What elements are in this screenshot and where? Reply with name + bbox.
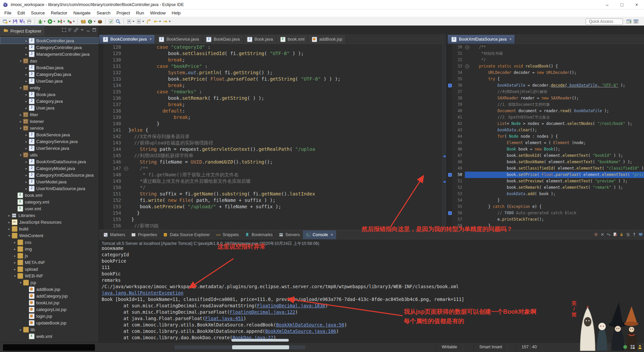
- tree-expander-icon[interactable]: ▸: [13, 254, 17, 258]
- console-stack-link[interactable]: BookXmlDataSource.java:50: [276, 322, 344, 327]
- fold-ruler[interactable]: [465, 63, 470, 70]
- annotation-ruler[interactable]: [447, 152, 452, 159]
- editor-tab-BookXmlDataSource.java[interactable]: BookXmlDataSource.java×: [448, 35, 515, 44]
- line-number[interactable]: 45: [452, 140, 465, 146]
- fold-ruler[interactable]: [124, 159, 128, 165]
- annotation-ruler[interactable]: [447, 50, 452, 57]
- fold-ruler[interactable]: [465, 152, 470, 159]
- console-stack-link[interactable]: FloatingDecimal.java:122: [230, 309, 295, 315]
- view-tab-snippets[interactable]: </>Snippets: [213, 230, 242, 239]
- view-tab-bookmarks[interactable]: Bookmarks: [242, 230, 276, 239]
- line-number[interactable]: 54: [452, 197, 465, 204]
- tree-expander-icon[interactable]: ▾: [18, 153, 23, 157]
- tree-expander-icon[interactable]: ▾: [18, 59, 23, 63]
- code-line-130[interactable]: 130 break;: [99, 57, 446, 63]
- annotation-ruler[interactable]: [99, 127, 104, 133]
- console-stack-link[interactable]: BookXmlDataSource.java:106: [265, 328, 336, 334]
- tree-item-utils[interactable]: ▾utils: [0, 151, 99, 158]
- tree-item-user.xml[interactable]: user.xml: [0, 205, 99, 212]
- tree-item-js[interactable]: ▸js: [0, 252, 99, 259]
- fold-ruler[interactable]: [124, 63, 128, 70]
- line-number[interactable]: 131: [104, 63, 124, 70]
- tree-item-Book.java[interactable]: ▸Book.java: [0, 91, 99, 98]
- overview-ruler[interactable]: [442, 34, 446, 230]
- fold-ruler[interactable]: [124, 114, 128, 121]
- annotation-ruler[interactable]: [447, 101, 452, 108]
- tree-expander-icon[interactable]: ▸: [24, 93, 29, 96]
- save-button[interactable]: [12, 18, 18, 25]
- code-line-143[interactable]: 143 //获得upload在磁盘的实际物理路径: [99, 140, 446, 146]
- fold-ruler[interactable]: [124, 89, 128, 95]
- line-number[interactable]: 156: [104, 223, 124, 229]
- fold-ruler[interactable]: [465, 44, 470, 50]
- tree-item-JavaScript Resources[interactable]: ▸JavaScript Resources: [0, 219, 99, 225]
- fold-ruler[interactable]: [124, 210, 128, 216]
- code-line-37[interactable]: 37 //利用Dom4j对xml进行解析: [447, 89, 644, 95]
- annotation-ruler[interactable]: [99, 108, 104, 114]
- annotation-ruler[interactable]: [99, 121, 104, 127]
- code-line-55[interactable]: 55 } catch (Exception e) {: [447, 204, 644, 210]
- fold-ruler[interactable]: [465, 210, 470, 216]
- tree-expander-icon[interactable]: ▸: [24, 160, 29, 164]
- tree-item-BookController.java[interactable]: ▸BookController.java: [0, 37, 99, 44]
- min-view-button[interactable]: [86, 28, 91, 34]
- annotation-ruler[interactable]: [447, 44, 452, 50]
- annotation-ruler[interactable]: [99, 76, 104, 82]
- tree-item-WEB-INF[interactable]: ▾WEB-INF: [0, 272, 99, 279]
- focus-button[interactable]: [62, 28, 66, 34]
- tree-item-BookService.java[interactable]: ▸BookService.java: [0, 131, 99, 138]
- tree-expander-icon[interactable]: ▸: [13, 247, 17, 251]
- tree-expander-icon[interactable]: ▸: [24, 146, 29, 150]
- tree-item-login.jsp[interactable]: login.jsp: [0, 313, 99, 319]
- code-line-33[interactable]: 33 private static void reloadBook() {: [447, 63, 644, 70]
- dropdown-arrow-icon[interactable]: [63, 21, 65, 22]
- overview-mark[interactable]: [443, 156, 446, 157]
- fold-ruler[interactable]: [465, 121, 470, 127]
- tree-item-BookDao.java[interactable]: ▸BookDao.java: [0, 64, 99, 71]
- line-number[interactable]: 129: [104, 50, 124, 57]
- annotation-ruler[interactable]: [447, 121, 452, 127]
- line-number[interactable]: 35: [452, 76, 465, 82]
- fold-ruler[interactable]: [124, 140, 128, 146]
- line-number[interactable]: 154: [104, 210, 124, 216]
- next-ann-button[interactable]: [136, 18, 145, 25]
- dropdown-arrow-icon[interactable]: [142, 21, 144, 22]
- console-hscrollbar-thumb[interactable]: [231, 339, 289, 342]
- tree-expander-icon[interactable]: ▸: [24, 106, 29, 110]
- fold-ruler[interactable]: [124, 197, 128, 204]
- code-line-151[interactable]: 151 String suffix = fi.getName().substri…: [99, 191, 446, 197]
- last-edit-button[interactable]: [145, 18, 152, 25]
- fold-ruler[interactable]: [465, 184, 470, 191]
- tree-expander-icon[interactable]: ▸: [24, 173, 29, 177]
- tree-item-bookList.jsp[interactable]: bookList.jsp: [0, 299, 99, 306]
- fold-ruler[interactable]: [124, 152, 128, 159]
- tree-expander-icon[interactable]: ▾: [18, 86, 23, 90]
- annotation-ruler[interactable]: [447, 204, 452, 210]
- line-number[interactable]: 144: [104, 146, 124, 152]
- overview-mark[interactable]: [443, 181, 446, 183]
- code-line-41[interactable]: 41 //2、Xpath得到xml节点集合: [447, 114, 644, 121]
- external-tools-button[interactable]: [66, 18, 75, 25]
- tree-item-lib[interactable]: ▸lib: [0, 326, 99, 333]
- fold-ruler[interactable]: [124, 204, 128, 210]
- fold-ruler[interactable]: [465, 159, 470, 165]
- fold-ruler[interactable]: [124, 121, 128, 127]
- dropdown-arrow-icon[interactable]: [159, 21, 161, 22]
- tree-expander-icon[interactable]: ▾: [18, 126, 23, 130]
- dropdown-arrow-icon[interactable]: [44, 21, 46, 22]
- tree-expander-icon[interactable]: ▸: [24, 133, 29, 137]
- code-line-146[interactable]: 146 String fileName = UUID.randomUUID().…: [99, 159, 446, 165]
- tree-expander-icon[interactable]: ▾: [18, 281, 23, 284]
- line-number[interactable]: 128: [104, 44, 124, 50]
- annotation-ruler[interactable]: [447, 89, 452, 95]
- view-tab-servers[interactable]: Servers: [276, 230, 303, 239]
- fold-ruler[interactable]: [465, 191, 470, 197]
- javaee-perspective-button[interactable]: EE: [633, 18, 639, 25]
- line-number[interactable]: 31: [452, 50, 465, 57]
- minimize-button[interactable]: –: [600, 0, 614, 9]
- view-tab-data-source-explorer[interactable]: Data Source Explorer: [160, 230, 213, 239]
- fold-ruler[interactable]: [124, 82, 128, 89]
- close-tab-icon[interactable]: ×: [331, 232, 333, 237]
- tree-item-build[interactable]: ▸build: [0, 225, 99, 232]
- line-number[interactable]: 141: [104, 127, 124, 133]
